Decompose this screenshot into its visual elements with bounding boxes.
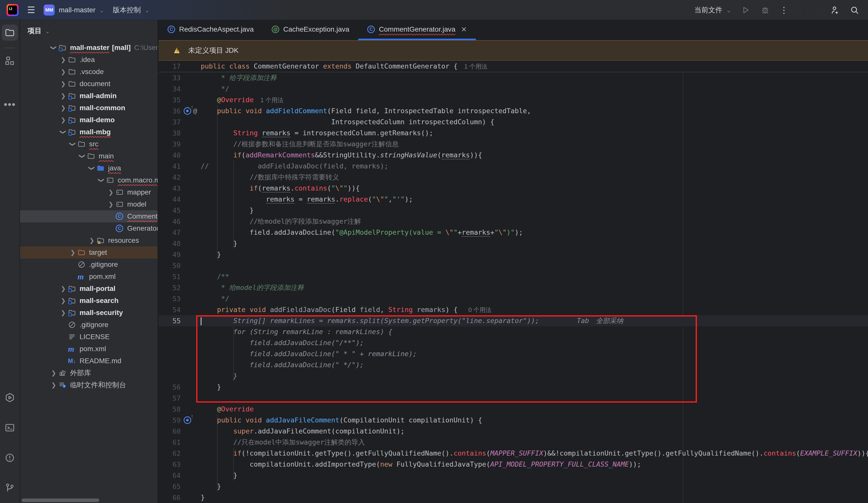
chevron-collapsed-icon[interactable]: ❯ [59,309,68,316]
tree-item[interactable]: ❯java [20,162,157,174]
code-line[interactable]: 61 //只在model中添加swagger注解类的导入 [158,437,868,448]
tree-item[interactable]: ❯临时文件和控制台 [20,379,157,391]
tree-item[interactable]: M↓README.md [20,355,157,367]
run-icon[interactable] [741,5,751,15]
code-line[interactable]: 40 if(addRemarkComments&&StringUtility.s… [158,150,868,161]
tree-item[interactable]: ❯.idea [20,54,157,66]
tool-window-header[interactable]: 项目 ⌄ [20,20,157,42]
code-line[interactable]: for (String remarkLine : remarkLines) { [158,326,868,337]
code-line[interactable]: 35 @Override 1 个用法 [158,94,868,105]
usages-inlay-hint[interactable]: 1 个用法 [254,96,283,103]
tree-item[interactable]: .gitignore [20,319,157,331]
chevron-collapsed-icon[interactable]: ❯ [49,369,59,377]
project-widget[interactable]: MM mall-master ⌄ [44,4,104,16]
jdk-warning-banner[interactable]: ▲! 未定义项目 JDK [158,40,868,61]
more-actions-icon[interactable]: ⋮ [780,6,788,14]
tree-item[interactable]: ❯mall-portal [20,283,157,295]
tree-item[interactable]: ❯main [20,150,157,162]
code-line[interactable]: 39 //根据参数和备注信息判断是否添加swagger注解信息 [158,138,868,150]
chevron-collapsed-icon[interactable]: ❯ [87,237,96,244]
chevron-expanded-icon[interactable]: ❯ [69,139,76,149]
chevron-collapsed-icon[interactable]: ❯ [59,92,68,100]
chevron-expanded-icon[interactable]: ❯ [50,43,57,52]
code-line[interactable]: 54 private void addFieldJavaDoc(Field fi… [158,304,868,315]
code-line[interactable]: field.addJavaDocLine(" * " + remarkLine)… [158,348,868,359]
code-line[interactable]: 42 //数据库中特殊字符需要转义 [158,172,868,183]
tree-item[interactable]: LICENSE [20,331,157,343]
horizontal-scrollbar[interactable] [22,499,99,502]
vcs-widget[interactable]: 版本控制 ⌄ [113,5,149,15]
editor-tab[interactable]: CRedisCacheAspect.java [158,20,263,40]
tree-item[interactable]: CGenerator [20,222,157,234]
debug-icon[interactable] [760,5,770,15]
project-tool-button[interactable] [2,24,18,41]
terminal-tool-button[interactable] [2,420,18,436]
code-line[interactable]: 33 * 给字段添加注释 [158,72,868,83]
code-line[interactable]: 48 } [158,238,868,249]
code-line[interactable]: 59↑ public void addJavaFileComment(Compi… [158,415,868,426]
tree-item[interactable]: ❯mall-mbg [20,126,157,138]
code-line[interactable]: 62 if(!compilationUnit.getType().getFull… [158,448,868,459]
usages-inlay-hint[interactable]: 0 个用法 [462,307,492,313]
code-line[interactable]: } [158,370,868,381]
code-line[interactable]: 38 String remarks = introspectedColumn.g… [158,127,868,138]
chevron-collapsed-icon[interactable]: ❯ [106,201,116,208]
tree-item[interactable]: ❯mapper [20,186,157,198]
more-tool-windows-icon[interactable]: ••• [4,99,16,110]
chevron-expanded-icon[interactable]: ❯ [79,151,86,161]
code-line[interactable]: 60 super.addJavaFileComment(compilationU… [158,426,868,437]
tree-item[interactable]: ❯model [20,198,157,211]
chevron-collapsed-icon[interactable]: ❯ [59,56,68,63]
chevron-expanded-icon[interactable]: ❯ [98,175,105,185]
git-tool-button[interactable] [2,480,18,496]
editor-tab[interactable]: @CacheException.java [263,20,358,40]
tree-item[interactable]: ❯mall-search [20,295,157,307]
code-line[interactable]: 51 /** [158,271,868,282]
services-tool-button[interactable] [2,390,18,406]
code-line[interactable]: 57 [158,392,868,403]
tree-item[interactable]: ❯resources [20,234,157,246]
tree-item[interactable]: ❯target [20,246,157,258]
chevron-collapsed-icon[interactable]: ❯ [59,116,68,123]
tree-item[interactable]: ❯mall-admin [20,90,157,102]
chevron-collapsed-icon[interactable]: ❯ [49,381,59,389]
tree-item[interactable]: ❯mall-master [mall]C:\Users\v_myye\D [20,42,157,54]
tree-item[interactable]: mpom.xml [20,343,157,355]
code-line[interactable]: 34 */ [158,83,868,94]
code-line[interactable]: field.addJavaDocLine(" */"); [158,359,868,370]
add-user-icon[interactable] [830,5,840,15]
overriding-method-icon[interactable]: ↑ [184,417,191,424]
code-line[interactable]: 49 } [158,249,868,260]
code-line[interactable]: 53 */ [158,293,868,304]
code-line[interactable]: 55 String[] remarkLines = remarks.split(… [158,315,868,326]
usages-inlay-hint[interactable]: 1 个用法 [457,63,487,70]
code-line[interactable]: 66} [158,492,868,503]
sticky-code-line[interactable]: 17public class CommentGenerator extends … [158,61,868,72]
code-line[interactable]: 58 @Override [158,403,868,415]
chevron-collapsed-icon[interactable]: ❯ [59,285,68,292]
chevron-collapsed-icon[interactable]: ❯ [68,249,78,256]
code-line[interactable]: 44 remarks = remarks.replace("\"","'"); [158,194,868,205]
code-line[interactable]: 45 } [158,205,868,216]
tree-item[interactable]: .gitignore [20,258,157,270]
tree-item[interactable]: ❯src [20,138,157,150]
chevron-expanded-icon[interactable]: ❯ [88,163,95,173]
code-line[interactable]: 65 } [158,481,868,492]
chevron-collapsed-icon[interactable]: ❯ [59,80,68,88]
run-configuration-selector[interactable]: 当前文件 ⌄ [694,5,731,15]
code-line[interactable]: 43 if(remarks.contains("\"")){ [158,183,868,194]
problems-tool-button[interactable] [2,450,18,466]
search-icon[interactable] [849,5,859,15]
chevron-collapsed-icon[interactable]: ❯ [106,189,116,196]
code-line[interactable]: 56 } [158,381,868,392]
tree-item[interactable]: ❯mall-security [20,307,157,319]
tree-item[interactable]: ❯com.macro.mall [20,174,157,186]
chevron-collapsed-icon[interactable]: ❯ [59,68,68,75]
tree-item[interactable]: ❯外部库 [20,367,157,379]
tree-item[interactable]: ❯mall-common [20,102,157,114]
editor-tab[interactable]: CCommentGenerator.java✕ [358,20,476,40]
code-line[interactable]: 52 * 给model的字段添加注释 [158,282,868,293]
tree-item[interactable]: ❯.vscode [20,66,157,78]
code-line[interactable]: 63 compilationUnit.addImportedType(new F… [158,459,868,470]
structure-tool-button[interactable] [2,53,18,69]
